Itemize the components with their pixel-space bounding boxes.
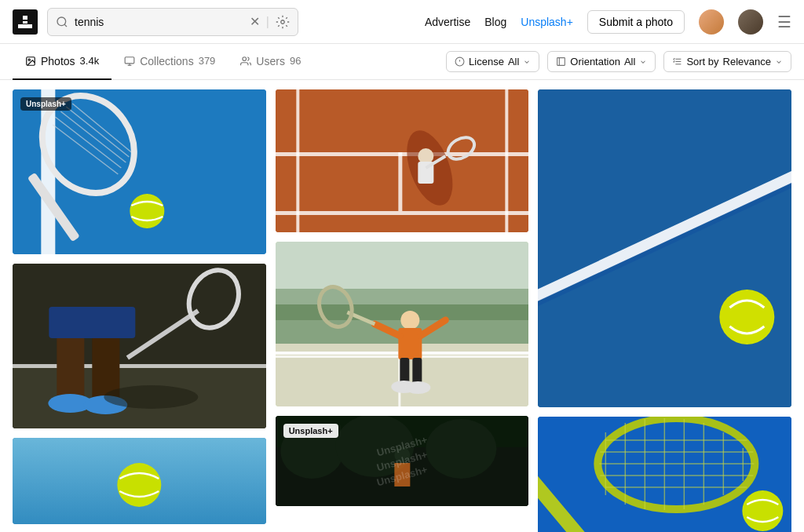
photo-column-2: Unsplash+ Unsplash+ Unsplash+ Unsplash+ xyxy=(276,89,529,532)
sub-nav: Photos 3.4k Collections 379 Users 96 Lic… xyxy=(0,44,804,80)
photo-column-3 xyxy=(538,89,791,532)
svg-rect-75 xyxy=(538,89,791,407)
nav-blog[interactable]: Blog xyxy=(484,16,506,28)
tab-collections[interactable]: Collections 379 xyxy=(111,44,228,80)
svg-rect-42 xyxy=(276,211,529,215)
photo-item[interactable] xyxy=(538,89,791,407)
tab-photos[interactable]: Photos 3.4k xyxy=(13,44,111,80)
sub-nav-filters: License All Orientation All Sort by Rele… xyxy=(446,51,791,72)
svg-point-58 xyxy=(400,311,419,330)
sort-filter-button[interactable]: Sort by Relevance xyxy=(663,51,791,72)
photo-item[interactable] xyxy=(13,438,266,524)
photo-item[interactable] xyxy=(538,417,791,532)
tab-users-count: 96 xyxy=(290,55,301,67)
search-icon xyxy=(56,16,68,28)
orientation-value: All xyxy=(624,56,635,67)
license-label: License xyxy=(469,56,504,67)
tab-photos-label: Photos xyxy=(41,55,75,67)
header-nav: Advertise Blog Unsplash+ Submit a photo … xyxy=(425,9,791,35)
header: tennis ✕ | Advertise Blog Unsplash+ Subm… xyxy=(0,0,804,44)
tab-users[interactable]: Users 96 xyxy=(228,44,313,80)
svg-rect-43 xyxy=(398,152,402,211)
sub-nav-tabs: Photos 3.4k Collections 379 Users 96 xyxy=(13,44,446,80)
photo-grid: Unsplash+ xyxy=(0,80,804,532)
submit-photo-button[interactable]: Submit a photo xyxy=(587,10,685,34)
svg-rect-30 xyxy=(49,307,135,338)
avatar-notifications[interactable] xyxy=(699,9,724,35)
photo-item[interactable]: Unsplash+ xyxy=(13,89,266,254)
svg-point-33 xyxy=(104,385,198,409)
hamburger-menu-icon[interactable]: ☰ xyxy=(777,13,791,31)
search-input[interactable]: tennis xyxy=(75,16,243,28)
svg-point-2 xyxy=(281,20,285,24)
svg-rect-61 xyxy=(412,358,422,385)
svg-point-72 xyxy=(426,419,496,479)
tab-photos-count: 3.4k xyxy=(80,55,100,67)
nav-unsplash-plus[interactable]: Unsplash+ xyxy=(521,16,573,28)
visual-search-icon[interactable] xyxy=(276,15,290,29)
orientation-label: Orientation xyxy=(570,56,620,67)
orientation-icon xyxy=(556,56,566,67)
svg-point-67 xyxy=(405,381,430,394)
avatar-profile[interactable] xyxy=(738,9,763,35)
sort-chevron-icon xyxy=(775,58,783,66)
license-filter-button[interactable]: License All xyxy=(446,51,539,72)
svg-point-78 xyxy=(720,290,775,344)
photo-item[interactable]: Unsplash+ Unsplash+ Unsplash+ Unsplash+ xyxy=(276,416,529,506)
svg-point-73 xyxy=(394,447,410,463)
svg-point-0 xyxy=(57,17,66,26)
license-chevron-icon xyxy=(523,58,531,66)
photo-item[interactable] xyxy=(276,89,529,232)
collections-icon xyxy=(124,56,135,67)
svg-rect-45 xyxy=(505,89,508,232)
orientation-filter-button[interactable]: Orientation All xyxy=(547,51,656,72)
photo-item[interactable] xyxy=(13,264,266,428)
svg-rect-5 xyxy=(125,56,134,63)
photo-column-1: Unsplash+ xyxy=(13,89,266,532)
photo-item[interactable] xyxy=(276,242,529,406)
svg-rect-10 xyxy=(557,58,565,66)
svg-point-8 xyxy=(243,56,247,60)
svg-rect-27 xyxy=(13,364,266,368)
tab-collections-label: Collections xyxy=(140,55,193,67)
orientation-chevron-icon xyxy=(639,58,647,66)
tab-users-label: Users xyxy=(256,55,285,67)
search-bar: tennis ✕ | xyxy=(47,8,298,36)
svg-point-4 xyxy=(28,59,30,60)
users-icon xyxy=(240,56,251,67)
svg-point-38 xyxy=(117,463,161,507)
svg-point-24 xyxy=(130,194,164,228)
license-icon xyxy=(455,56,465,67)
license-value: All xyxy=(508,56,519,67)
photos-icon xyxy=(25,56,36,67)
svg-rect-74 xyxy=(394,463,410,486)
svg-rect-44 xyxy=(296,89,299,232)
svg-rect-59 xyxy=(398,328,422,359)
sort-label: Sort by xyxy=(686,56,718,67)
svg-line-1 xyxy=(64,24,67,27)
unsplash-logo[interactable] xyxy=(13,9,38,35)
sort-icon xyxy=(672,56,682,67)
tab-collections-count: 379 xyxy=(199,55,216,67)
nav-advertise[interactable]: Advertise xyxy=(425,16,470,28)
photo-badge-unsplash: Unsplash+ xyxy=(20,97,71,111)
sort-value: Relevance xyxy=(723,56,771,67)
svg-point-95 xyxy=(743,490,784,531)
clear-search-icon[interactable]: ✕ xyxy=(250,14,260,29)
photo-badge-unsplash-plus: Unsplash+ xyxy=(283,424,338,438)
